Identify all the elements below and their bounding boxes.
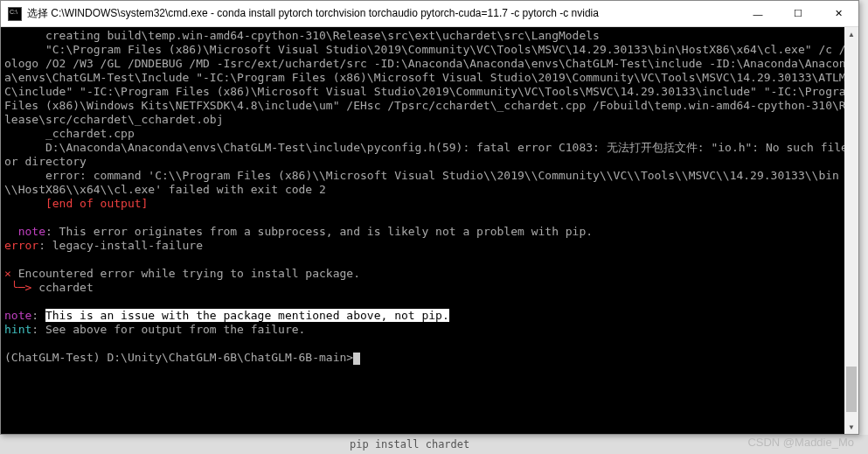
- note-label: note: [4, 309, 31, 322]
- window-controls: — ☐ ✕: [738, 1, 858, 27]
- background-strip: pip install chardet: [0, 435, 868, 454]
- output-line: "C:\Program Files (x86)\Microsoft Visual…: [4, 43, 858, 126]
- watermark: CSDN @Maddie_Mo: [747, 436, 854, 449]
- maximize-button[interactable]: ☐: [778, 1, 818, 27]
- minimize-button[interactable]: —: [738, 1, 778, 27]
- scroll-down-button[interactable]: ▼: [844, 420, 858, 434]
- scrollbar-thumb[interactable]: [846, 367, 857, 412]
- scroll-up-button[interactable]: ▲: [844, 27, 858, 41]
- note-label: note: [4, 225, 45, 238]
- selected-text: This is an issue with the package mentio…: [45, 309, 449, 322]
- output-line: error: command 'C:\\Program Files (x86)\…: [4, 169, 839, 196]
- output-line: _cchardet.cpp: [4, 127, 135, 140]
- titlebar[interactable]: 选择 C:\WINDOWS\system32\cmd.exe - conda i…: [1, 1, 858, 27]
- error-x-icon: ×: [4, 267, 11, 280]
- package-name: cchardet: [31, 281, 93, 294]
- close-button[interactable]: ✕: [818, 1, 858, 27]
- end-of-output: [end of output]: [4, 197, 148, 210]
- arrow-icon: ╰─>: [4, 281, 31, 294]
- window-title: 选择 C:\WINDOWS\system32\cmd.exe - conda i…: [27, 6, 738, 21]
- cmd-icon: [8, 7, 22, 21]
- cursor: [353, 353, 360, 365]
- output-line: creating build\temp.win-amd64-cpython-31…: [4, 29, 600, 42]
- hint-text: : See above for output from the failure.: [31, 323, 305, 336]
- scrollbar-track[interactable]: [844, 41, 858, 420]
- note-text: : This error originates from a subproces…: [45, 225, 593, 238]
- console-output[interactable]: creating build\temp.win-amd64-cpython-31…: [1, 27, 858, 434]
- error-label: error: [4, 239, 38, 252]
- error-text: : legacy-install-failure: [38, 239, 203, 252]
- scrollbar[interactable]: ▲ ▼: [844, 27, 858, 434]
- hint-label: hint: [4, 323, 31, 336]
- output-line: D:\Anaconda\Anaconda\envs\ChatGLM-Test\i…: [4, 141, 855, 168]
- note-colon: :: [31, 309, 45, 322]
- encountered-text: Encountered error while trying to instal…: [11, 267, 360, 280]
- cmd-window: 选择 C:\WINDOWS\system32\cmd.exe - conda i…: [0, 0, 859, 435]
- prompt: (ChatGLM-Test) D:\Unity\ChatGLM-6B\ChatG…: [4, 351, 353, 364]
